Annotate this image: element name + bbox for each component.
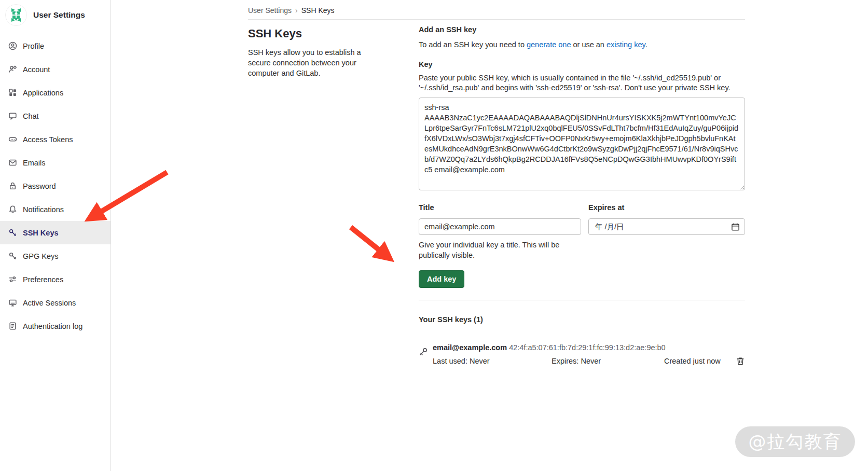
sidebar-item-label: Access Tokens <box>23 135 73 144</box>
instruction-text: . <box>645 40 647 49</box>
generate-one-link[interactable]: generate one <box>527 40 571 49</box>
add-key-instructions: To add an SSH key you need to generate o… <box>419 40 745 50</box>
existing-key-link[interactable]: existing key <box>607 40 645 49</box>
title-field-help: Give your individual key a title. This w… <box>419 240 561 260</box>
notifications-icon <box>8 205 17 214</box>
watermark: @拉勾教育 <box>735 426 855 457</box>
sidebar-item-label: Preferences <box>23 275 63 284</box>
title-field-group: Title Give your individual key a title. … <box>419 203 581 260</box>
expires-field-group: Expires at 年 /月/日 <box>588 203 745 260</box>
key-field-label: Key <box>419 60 745 68</box>
add-key-button[interactable]: Add key <box>419 270 464 288</box>
sidebar-item-preferences[interactable]: Preferences <box>0 268 111 291</box>
sidebar-item-applications[interactable]: Applications <box>0 81 111 104</box>
sidebar-item-label: Applications <box>23 89 63 97</box>
keys-section-divider <box>419 300 745 300</box>
sidebar-item-authentication-log[interactable]: Authentication log <box>0 314 111 338</box>
sidebar-item-label: Emails <box>23 159 46 167</box>
sidebar-item-ssh-keys[interactable]: SSH Keys <box>0 221 111 244</box>
sidebar-item-label: Authentication log <box>23 322 82 330</box>
title-input[interactable] <box>419 218 581 235</box>
breadcrumb-ssh-keys: SSH Keys <box>301 6 335 15</box>
your-ssh-keys-heading: Your SSH keys (1) <box>419 315 745 324</box>
profile-icon <box>8 41 17 50</box>
chat-icon <box>8 112 17 120</box>
emails-icon <box>8 158 17 167</box>
instruction-text: or use an <box>571 40 607 49</box>
password-icon <box>8 182 17 190</box>
sidebar-item-chat[interactable]: Chat <box>0 104 111 128</box>
sidebar-item-gpg-keys[interactable]: GPG Keys <box>0 244 111 268</box>
sidebar-item-label: GPG Keys <box>23 252 59 260</box>
delete-key-button[interactable] <box>736 356 745 366</box>
sidebar-item-label: Chat <box>23 112 39 120</box>
sidebar-item-profile[interactable]: Profile <box>0 34 111 58</box>
key-entry-main: email@example.com 42:4f:a5:07:61:fb:7d:2… <box>433 342 745 353</box>
active-sessions-icon <box>8 298 17 307</box>
sidebar-item-emails[interactable]: Emails <box>0 151 111 174</box>
ssh-key-textarea[interactable]: ssh-rsa AAAAB3NzaC1yc2EAAAADAQABAAABAQDl… <box>419 98 745 190</box>
key-created: Created just now <box>664 356 736 366</box>
account-icon <box>8 65 17 74</box>
ssh-keys-icon <box>8 228 17 237</box>
sidebar-header: User Settings <box>0 0 111 30</box>
expires-field-label: Expires at <box>588 203 745 212</box>
sidebar-item-label: Password <box>23 182 56 190</box>
user-avatar[interactable] <box>5 4 27 26</box>
sidebar-item-notifications[interactable]: Notifications <box>0 198 111 221</box>
title-field-label: Title <box>419 203 581 212</box>
sidebar-item-label: Notifications <box>23 205 64 214</box>
key-title: email@example.com <box>433 343 507 352</box>
breadcrumb-user-settings[interactable]: User Settings <box>248 6 292 15</box>
page-root: { "colors": { "accent_green": "#217645",… <box>0 0 868 471</box>
main-content: User Settings › SSH Keys SSH Keys SSH ke… <box>111 0 868 471</box>
sidebar-item-label: Active Sessions <box>23 299 76 307</box>
calendar-icon[interactable] <box>731 223 740 231</box>
key-expires: Expires: Never <box>552 356 664 366</box>
page-description: SSH keys allow you to establish a secure… <box>248 47 385 78</box>
sidebar-item-label: SSH Keys <box>23 229 59 237</box>
expires-date-input[interactable]: 年 /月/日 <box>588 218 745 235</box>
preferences-icon <box>8 275 17 284</box>
authentication-log-icon <box>8 322 17 330</box>
sidebar-item-password[interactable]: Password <box>0 174 111 198</box>
date-placeholder: 年 /月/日 <box>595 222 624 232</box>
breadcrumb: User Settings › SSH Keys <box>248 0 745 15</box>
sidebar-item-label: Account <box>23 65 50 74</box>
gpg-keys-icon <box>8 252 17 260</box>
key-field-help: Paste your public SSH key, which is usua… <box>419 73 745 93</box>
sidebar-item-active-sessions[interactable]: Active Sessions <box>0 291 111 314</box>
access-tokens-icon <box>8 135 17 144</box>
key-fingerprint: 42:4f:a5:07:61:fb:7d:29:1f:fc:99:13:d2:a… <box>509 343 666 352</box>
key-entry-meta: Last used: Never Expires: Never Created … <box>433 356 745 366</box>
add-key-form-column: Add an SSH key To add an SSH key you nee… <box>419 20 745 366</box>
sidebar-nav: Profile Account Applications Chat Access… <box>0 34 111 338</box>
key-last-used: Last used: Never <box>433 356 552 366</box>
applications-icon <box>8 88 17 97</box>
sidebar-item-access-tokens[interactable]: Access Tokens <box>0 128 111 151</box>
add-ssh-key-heading: Add an SSH key <box>419 25 745 34</box>
key-icon <box>419 347 428 356</box>
sidebar-item-account[interactable]: Account <box>0 58 111 81</box>
breadcrumb-separator-icon: › <box>295 6 298 15</box>
instruction-text: To add an SSH key you need to <box>419 40 527 49</box>
sidebar-title: User Settings <box>33 10 85 20</box>
sidebar-item-label: Profile <box>23 42 44 50</box>
ssh-key-list-item: email@example.com 42:4f:a5:07:61:fb:7d:2… <box>419 342 745 366</box>
settings-sidebar: User Settings Profile Account Applicatio… <box>0 0 111 471</box>
page-intro-column: SSH Keys SSH keys allow you to establish… <box>248 20 385 366</box>
page-title: SSH Keys <box>248 27 385 40</box>
